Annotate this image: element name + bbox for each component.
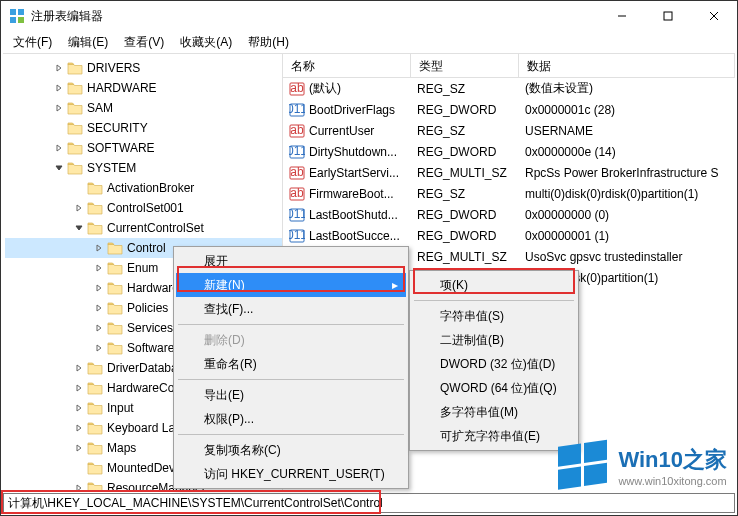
ctx-new-dword[interactable]: DWORD (32 位)值(D)	[412, 352, 576, 376]
list-row[interactable]: 011LastBootSucce...REG_DWORD0x00000001 (…	[283, 225, 735, 246]
binary-value-icon: 011	[289, 228, 305, 244]
chevron-right-icon[interactable]	[73, 442, 85, 454]
value-data: (数值未设置)	[519, 80, 735, 97]
ctx-expand[interactable]: 展开	[176, 249, 406, 273]
binary-value-icon: 011	[289, 144, 305, 160]
col-type[interactable]: 类型	[411, 54, 519, 77]
chevron-right-icon[interactable]	[93, 262, 105, 274]
tree-label: DRIVERS	[87, 61, 140, 75]
chevron-right-icon[interactable]	[93, 282, 105, 294]
value-name: BootDriverFlags	[309, 103, 395, 117]
svg-text:ab: ab	[290, 81, 304, 95]
value-data: USERNAME	[519, 124, 735, 138]
separator	[178, 324, 404, 325]
window-title: 注册表编辑器	[31, 8, 599, 25]
chevron-right-icon[interactable]	[73, 362, 85, 374]
chevron-right-icon[interactable]	[93, 302, 105, 314]
list-row[interactable]: abEarlyStartServi...REG_MULTI_SZRpcSs Po…	[283, 162, 735, 183]
menu-edit[interactable]: 编辑(E)	[60, 32, 116, 53]
tree-item[interactable]: ControlSet001	[5, 198, 282, 218]
tree-item[interactable]: CurrentControlSet	[5, 218, 282, 238]
tree-label: SECURITY	[87, 121, 148, 135]
ctx-new-expand[interactable]: 可扩充字符串值(E)	[412, 424, 576, 448]
ctx-new[interactable]: 新建(N)▸	[176, 273, 406, 297]
menu-file[interactable]: 文件(F)	[5, 32, 60, 53]
value-type: REG_DWORD	[411, 145, 519, 159]
list-row[interactable]: 011BootDriverFlagsREG_DWORD0x0000001c (2…	[283, 99, 735, 120]
maximize-button[interactable]	[645, 1, 691, 31]
tree-item[interactable]: DRIVERS	[5, 58, 282, 78]
ctx-goto[interactable]: 访问 HKEY_CURRENT_USER(T)	[176, 462, 406, 486]
tree-item[interactable]: ActivationBroker	[5, 178, 282, 198]
value-type: REG_DWORD	[411, 229, 519, 243]
svg-text:ab: ab	[290, 165, 304, 179]
ctx-find[interactable]: 查找(F)...	[176, 297, 406, 321]
folder-icon	[107, 321, 123, 335]
folder-icon	[67, 61, 83, 75]
list-row[interactable]: 011DirtyShutdown...REG_DWORD0x0000000e (…	[283, 141, 735, 162]
folder-icon	[87, 481, 103, 491]
menu-favorites[interactable]: 收藏夹(A)	[172, 32, 240, 53]
tree-item[interactable]: SOFTWARE	[5, 138, 282, 158]
tree-label: SAM	[87, 101, 113, 115]
tree-label: Policies	[127, 301, 168, 315]
col-data[interactable]: 数据	[519, 54, 735, 77]
menu-view[interactable]: 查看(V)	[116, 32, 172, 53]
context-submenu-new: 项(K) 字符串值(S) 二进制值(B) DWORD (32 位)值(D) QW…	[409, 270, 579, 451]
chevron-right-icon[interactable]	[93, 342, 105, 354]
svg-rect-0	[10, 9, 16, 15]
ctx-new-multi[interactable]: 多字符串值(M)	[412, 400, 576, 424]
value-type: REG_MULTI_SZ	[411, 250, 519, 264]
ctx-permissions[interactable]: 权限(P)...	[176, 407, 406, 431]
ctx-new-binary[interactable]: 二进制值(B)	[412, 328, 576, 352]
caret-none	[73, 182, 85, 194]
ctx-export[interactable]: 导出(E)	[176, 383, 406, 407]
chevron-right-icon[interactable]	[73, 422, 85, 434]
chevron-right-icon[interactable]	[73, 202, 85, 214]
tree-item[interactable]: SYSTEM	[5, 158, 282, 178]
list-row[interactable]: 011LastBootShutd...REG_DWORD0x00000000 (…	[283, 204, 735, 225]
chevron-right-icon[interactable]	[53, 82, 65, 94]
menu-help[interactable]: 帮助(H)	[240, 32, 297, 53]
ctx-copykey[interactable]: 复制项名称(C)	[176, 438, 406, 462]
chevron-right-icon[interactable]	[73, 482, 85, 491]
value-type: REG_MULTI_SZ	[411, 166, 519, 180]
chevron-right-icon[interactable]	[93, 322, 105, 334]
svg-rect-24	[558, 443, 581, 466]
ctx-new-key[interactable]: 项(K)	[412, 273, 576, 297]
tree-label: Services	[127, 321, 173, 335]
titlebar: 注册表编辑器	[1, 1, 737, 31]
folder-icon	[107, 241, 123, 255]
chevron-down-icon[interactable]	[53, 162, 65, 174]
string-value-icon: ab	[289, 165, 305, 181]
chevron-right-icon[interactable]	[73, 402, 85, 414]
tree-item[interactable]: SECURITY	[5, 118, 282, 138]
tree-item[interactable]: SAM	[5, 98, 282, 118]
ctx-new-string[interactable]: 字符串值(S)	[412, 304, 576, 328]
list-row[interactable]: ab(默认)REG_SZ(数值未设置)	[283, 78, 735, 99]
chevron-right-icon[interactable]	[53, 102, 65, 114]
ctx-new-qword[interactable]: QWORD (64 位)值(Q)	[412, 376, 576, 400]
chevron-right-icon[interactable]	[53, 142, 65, 154]
svg-rect-5	[664, 12, 672, 20]
address-bar[interactable]: 计算机\HKEY_LOCAL_MACHINE\SYSTEM\CurrentCon…	[3, 493, 735, 513]
ctx-delete[interactable]: 删除(D)	[176, 328, 406, 352]
list-row[interactable]: abFirmwareBoot...REG_SZmulti(0)disk(0)rd…	[283, 183, 735, 204]
svg-text:ab: ab	[290, 186, 304, 200]
svg-rect-27	[584, 463, 607, 486]
tree-label: SYSTEM	[87, 161, 136, 175]
value-data: 0x0000001c (28)	[519, 103, 735, 117]
minimize-button[interactable]	[599, 1, 645, 31]
folder-icon	[67, 121, 83, 135]
watermark: Win10之家 www.win10xitong.com	[556, 439, 727, 493]
chevron-right-icon[interactable]	[73, 382, 85, 394]
list-row[interactable]: abCurrentUserREG_SZUSERNAME	[283, 120, 735, 141]
chevron-right-icon[interactable]	[53, 62, 65, 74]
tree-item[interactable]: HARDWARE	[5, 78, 282, 98]
chevron-down-icon[interactable]	[73, 222, 85, 234]
col-name[interactable]: 名称	[283, 54, 411, 77]
watermark-title: Win10之家	[618, 445, 727, 475]
chevron-right-icon[interactable]	[93, 242, 105, 254]
close-button[interactable]	[691, 1, 737, 31]
ctx-rename[interactable]: 重命名(R)	[176, 352, 406, 376]
